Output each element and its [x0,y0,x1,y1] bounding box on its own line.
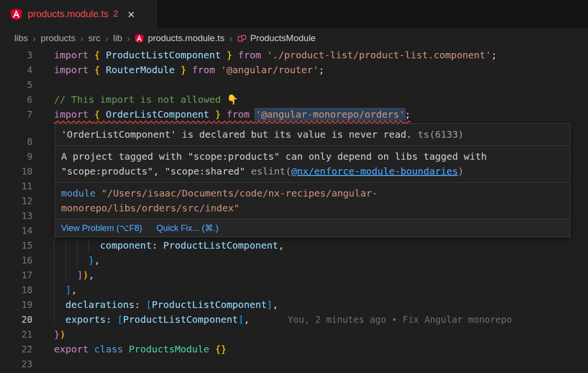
line-number[interactable]: 23 [0,357,42,372]
code-token: : [152,240,163,251]
line-number[interactable]: 13 [0,208,42,223]
line-number[interactable]: 22 [0,342,42,357]
code-line-4[interactable]: 4import { RouterModule } from '@angular/… [0,63,588,77]
indent-guide [65,268,66,283]
code-line-18[interactable]: 18 ], [0,283,588,297]
code-token: } [54,329,60,340]
code-token: './product-list/product-list.component' [267,49,492,61]
editor: 3import { ProductListComponent } from '.… [0,48,588,372]
view-problem-action[interactable]: View Problem (⌥F8) [61,222,142,234]
line-number[interactable]: 8 [0,134,42,149]
code-token: ) [83,269,88,281]
tab-products-module[interactable]: products.module.ts 2 × [0,0,157,28]
breadcrumb-separator: › [105,33,108,44]
code-line-21[interactable]: 21}) [0,327,588,342]
breadcrumb-item-lib[interactable]: lib [113,33,122,44]
line-number[interactable]: 21 [0,327,42,342]
code-token: ProductListComponent [100,49,226,61]
line-code [42,357,588,372]
hover-link[interactable]: @nx/enforce-module-boundaries [291,165,458,177]
line-code: import { OrderListComponent } from '@ang… [42,107,588,122]
code-line-5[interactable]: 5 [0,77,588,92]
breadcrumb-item-src[interactable]: src [88,33,100,44]
code-token: from [232,49,267,61]
code-token: ) [60,329,65,340]
code-token: [ [117,314,123,325]
hover-text: module [61,187,101,199]
line-number[interactable]: 3 [0,48,42,63]
code-token: ] [238,314,244,325]
line-number[interactable]: 19 [0,297,42,312]
indent-guide [54,268,54,283]
code-token: declarations [65,299,135,310]
code-line-3[interactable]: 3import { ProductListComponent } from '.… [0,48,588,63]
code-line-15[interactable]: 15 component: ProductListComponent, [0,238,588,253]
line-code: }) [42,327,588,342]
code-token: exports [65,314,106,325]
indent-guide [54,283,54,297]
line-text: exports: [ProductListComponent], [54,314,249,325]
code-token: ProductListComponent [163,240,278,251]
line-number[interactable]: 12 [0,194,42,208]
breadcrumb-item-products[interactable]: products [41,33,75,44]
line-number[interactable]: 6 [0,92,42,107]
hover-text: 'OrderListComponent' is declared but its… [61,129,412,140]
breadcrumb-separator: › [229,33,233,44]
code-token: from [221,109,255,120]
line-code: import { ProductListComponent } from './… [42,48,588,63]
line-number[interactable]: 18 [0,283,42,297]
quick-fix-action[interactable]: Quick Fix... (⌘.) [156,222,218,234]
line-text: }) [54,329,65,340]
code-token: { [94,49,100,61]
hover-tooltip: 'OrderListComponent' is declared but its… [54,123,570,237]
code-token: ] [65,284,71,296]
line-code: declarations: [ProductListComponent], [42,297,588,312]
tab-title: products.module.ts [28,9,108,20]
code-token: , [244,314,249,325]
line-text: declarations: [ProductListComponent], [54,299,278,310]
code-token: , [273,299,278,310]
code-line-17[interactable]: 17 ]), [0,268,588,283]
code-token: ProductListComponent [123,314,238,325]
line-number[interactable]: 10 [0,164,42,179]
code-token: RouterModule [100,64,181,76]
breadcrumb-item-libs[interactable]: libs [14,33,28,44]
line-number[interactable]: 16 [0,253,42,268]
code-line-16[interactable]: 16 }, [0,253,588,268]
code-line-7[interactable]: 7import { OrderListComponent } from '@an… [0,107,588,122]
line-number[interactable]: 15 [0,238,42,253]
line-code: component: ProductListComponent, [42,238,588,253]
breadcrumb-separator: › [80,33,84,44]
code-token: // This import is not allowed [54,94,226,105]
code-token: } [88,254,94,266]
line-number[interactable]: 17 [0,268,42,283]
code-line-19[interactable]: 19 declarations: [ProductListComponent], [0,297,588,312]
breadcrumb-item-symbol[interactable]: ProductsModule [237,33,316,44]
indent-guide [77,238,77,253]
indent-guide [65,253,66,268]
line-number[interactable]: 4 [0,63,42,77]
breadcrumb-item-file[interactable]: products.module.ts [135,33,225,44]
code-token: OrderListComponent [100,109,215,120]
line-number[interactable]: 9 [0,149,42,164]
indent-guide [88,238,89,253]
line-number[interactable]: 7 [0,107,42,122]
code-token: ; [491,49,497,61]
line-number[interactable]: 11 [0,179,42,194]
code-token: ; [405,109,411,120]
tab-bar: products.module.ts 2 × [0,0,588,29]
hover-text: monorepo/libs/orders/src/index" [61,202,239,214]
code-line-20[interactable]: 20 exports: [ProductListComponent],You, … [0,312,588,327]
code-line-23[interactable]: 23 [0,357,588,372]
line-number[interactable]: 5 [0,77,42,92]
hover-text: "scope:products", "scope:shared" [61,165,251,177]
line-number[interactable]: 20 [0,312,42,327]
close-icon[interactable]: × [128,8,135,21]
code-line-22[interactable]: 22export class ProductsModule {} [0,342,588,357]
code-line-6[interactable]: 6// This import is not allowed 👇 [0,92,588,107]
line-text: // This import is not allowed 👇 [54,94,238,105]
indent-guide [54,297,54,312]
line-number[interactable]: 14 [0,223,42,238]
code-token: , [278,240,284,251]
code-token: import [54,64,94,76]
